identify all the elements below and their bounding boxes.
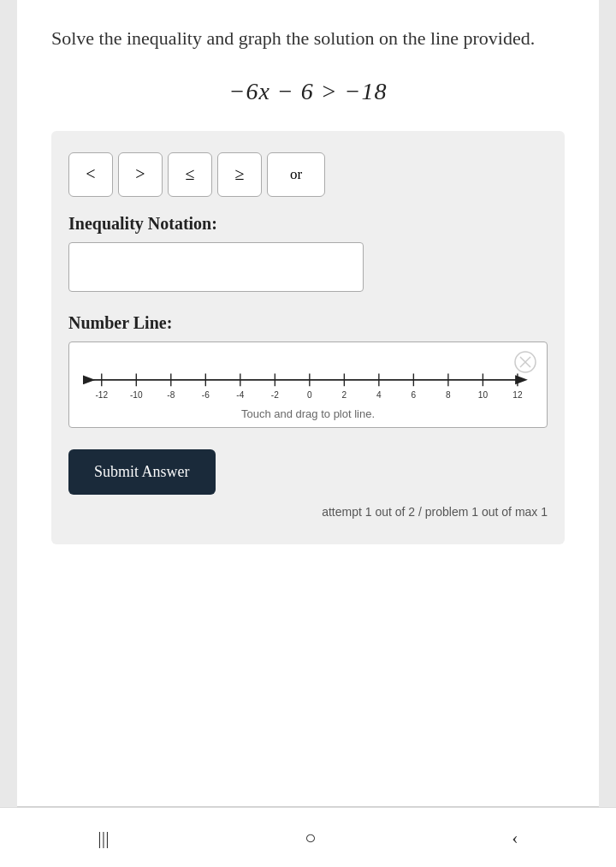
less-equal-button[interactable]: ≤ [168, 152, 212, 197]
svg-text:6: 6 [412, 390, 417, 400]
svg-text:-12: -12 [95, 390, 108, 400]
back-icon[interactable]: ‹ [512, 827, 518, 849]
menu-icon[interactable]: ||| [98, 827, 109, 849]
svg-text:8: 8 [446, 390, 451, 400]
attempt-counter-text: attempt 1 out of 2 / problem 1 out of ma… [68, 505, 548, 519]
instruction-text: Solve the inequality and graph the solut… [51, 26, 565, 52]
number-line-svg: -12 -10 -8 -6 -4 -2 0 [80, 353, 536, 404]
inequality-notation-input[interactable] [68, 242, 364, 292]
svg-text:-8: -8 [167, 390, 175, 400]
svg-text:12: 12 [512, 390, 523, 400]
symbol-buttons-row: < > ≤ ≥ or [68, 152, 548, 197]
touch-drag-hint: Touch and drag to plot line. [80, 407, 536, 420]
svg-text:4: 4 [376, 390, 382, 400]
answer-box: < > ≤ ≥ or Inequality Notation: Number L… [51, 131, 565, 544]
svg-text:2: 2 [342, 390, 347, 400]
number-line-label: Number Line: [68, 313, 548, 333]
svg-text:-10: -10 [130, 390, 143, 400]
clear-icon[interactable] [514, 351, 536, 373]
greater-than-button[interactable]: > [118, 152, 163, 197]
number-line-container[interactable]: -12 -10 -8 -6 -4 -2 0 [68, 341, 548, 428]
submit-answer-button[interactable]: Submit Answer [68, 449, 216, 495]
equation-display: −6x − 6 > −18 [51, 78, 565, 105]
less-than-button[interactable]: < [68, 152, 113, 197]
svg-text:10: 10 [478, 390, 489, 400]
svg-text:-4: -4 [236, 390, 244, 400]
navigation-bar: ||| ○ ‹ [0, 807, 616, 867]
home-icon[interactable]: ○ [305, 827, 316, 849]
or-button[interactable]: or [267, 152, 325, 197]
svg-text:-6: -6 [202, 390, 210, 400]
svg-text:0: 0 [307, 390, 312, 400]
inequality-notation-label: Inequality Notation: [68, 214, 548, 234]
svg-text:-2: -2 [271, 390, 279, 400]
greater-equal-button[interactable]: ≥ [217, 152, 262, 197]
